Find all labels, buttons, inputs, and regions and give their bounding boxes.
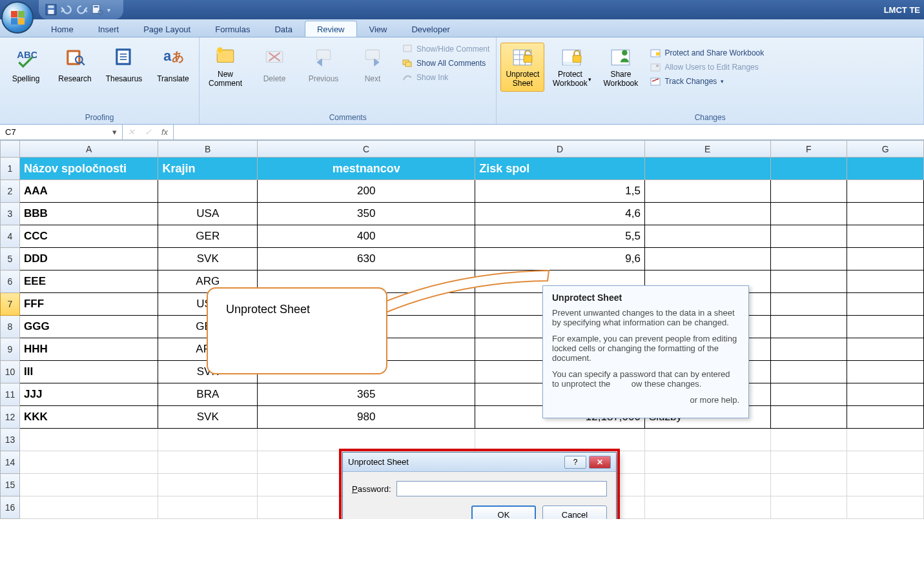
cell[interactable] [847, 248, 924, 270]
cell[interactable] [19, 429, 158, 451]
cell[interactable]: BBB [19, 203, 158, 225]
cell[interactable] [644, 429, 770, 451]
cell[interactable] [644, 451, 770, 474]
tab-data[interactable]: Data [262, 21, 304, 37]
cell[interactable] [770, 248, 847, 270]
tab-formulas[interactable]: Formulas [203, 21, 262, 37]
insert-function-button[interactable]: fx [156, 127, 173, 137]
cell[interactable] [770, 406, 847, 429]
cell[interactable]: 200 [258, 180, 475, 203]
cell[interactable]: BRA [158, 383, 258, 406]
tab-page-layout[interactable]: Page Layout [131, 21, 203, 37]
cell[interactable] [644, 203, 770, 225]
cell[interactable] [644, 180, 770, 203]
cell[interactable]: KKK [19, 406, 158, 429]
qat-customize-icon[interactable]: ▾ [107, 6, 110, 14]
spreadsheet-grid[interactable]: A B C D E F G 1Názov spoločnostiKrajinme… [0, 140, 924, 519]
cell[interactable] [847, 225, 924, 248]
row-header[interactable]: 6 [1, 270, 20, 293]
cell[interactable] [644, 158, 770, 180]
col-header-b[interactable]: B [158, 141, 258, 158]
cell[interactable] [770, 474, 847, 496]
password-input[interactable] [396, 481, 607, 496]
cell[interactable] [770, 429, 847, 451]
cell[interactable] [847, 158, 924, 180]
row-header[interactable]: 7 [1, 293, 20, 316]
tab-home[interactable]: Home [39, 21, 86, 37]
office-button[interactable] [1, 1, 34, 34]
cell[interactable]: mestnancov [258, 158, 475, 180]
cell[interactable]: FFF [19, 293, 158, 316]
cell[interactable]: SVK [158, 406, 258, 429]
col-header-g[interactable]: G [847, 141, 924, 158]
cell[interactable] [644, 248, 770, 270]
cell[interactable] [847, 338, 924, 361]
cell[interactable] [644, 496, 770, 519]
tab-view[interactable]: View [357, 21, 400, 37]
row-header[interactable]: 16 [1, 496, 20, 519]
cell[interactable] [847, 180, 924, 203]
row-header[interactable]: 4 [1, 225, 20, 248]
cell[interactable]: 4,6 [475, 203, 645, 225]
cell[interactable] [770, 270, 847, 293]
tab-review[interactable]: Review [305, 21, 357, 37]
row-header[interactable]: 2 [1, 180, 20, 203]
cell[interactable] [158, 451, 258, 474]
show-all-comments-button[interactable]: Show All Comments [400, 57, 492, 70]
cell[interactable]: Krajin [158, 158, 258, 180]
cell[interactable]: DDD [19, 248, 158, 270]
research-button[interactable]: Research [53, 43, 97, 92]
cell[interactable] [258, 429, 475, 451]
cell[interactable]: SVK [158, 248, 258, 270]
cell[interactable]: 9,6 [475, 248, 645, 270]
cancel-formula-icon[interactable]: ✕ [123, 127, 139, 137]
select-all-corner[interactable] [1, 141, 20, 158]
cell[interactable]: 400 [258, 225, 475, 248]
cell[interactable]: USA [158, 203, 258, 225]
tab-developer[interactable]: Developer [399, 21, 462, 37]
row-header[interactable]: 15 [1, 474, 20, 496]
cell[interactable] [770, 361, 847, 383]
cell[interactable] [770, 180, 847, 203]
cell[interactable] [770, 203, 847, 225]
tab-insert[interactable]: Insert [86, 21, 132, 37]
cell[interactable] [847, 451, 924, 474]
cell[interactable] [770, 338, 847, 361]
cell[interactable]: 1,5 [475, 180, 645, 203]
unprotect-sheet-button[interactable]: Unprotect Sheet [500, 43, 544, 92]
row-header[interactable]: 3 [1, 203, 20, 225]
thesaurus-button[interactable]: Thesaurus [102, 43, 146, 92]
dialog-titlebar[interactable]: Unprotect Sheet ? ✕ [343, 453, 616, 472]
cell[interactable]: 365 [258, 383, 475, 406]
row-header[interactable]: 9 [1, 338, 20, 361]
cell[interactable] [19, 496, 158, 519]
protect-workbook-button[interactable]: Protect Workbook ▾ [549, 43, 593, 92]
cell[interactable] [644, 225, 770, 248]
cell[interactable] [847, 270, 924, 293]
cell[interactable] [770, 496, 847, 519]
cell[interactable] [770, 158, 847, 180]
cell[interactable] [847, 361, 924, 383]
row-header[interactable]: 5 [1, 248, 20, 270]
cell[interactable] [847, 383, 924, 406]
enter-formula-icon[interactable]: ✓ [139, 127, 156, 137]
cell[interactable]: JJJ [19, 383, 158, 406]
cell[interactable] [770, 383, 847, 406]
col-header-c[interactable]: C [258, 141, 475, 158]
col-header-e[interactable]: E [644, 141, 770, 158]
protect-share-workbook-button[interactable]: Protect and Share Workbook [648, 46, 766, 59]
undo-icon[interactable] [61, 4, 72, 15]
translate-button[interactable]: aあ Translate [151, 43, 195, 92]
row-header[interactable]: 13 [1, 429, 20, 451]
cell[interactable] [847, 429, 924, 451]
row-header[interactable]: 8 [1, 316, 20, 338]
col-header-d[interactable]: D [475, 141, 645, 158]
cell[interactable] [847, 406, 924, 429]
save-icon[interactable] [45, 4, 57, 15]
cell[interactable]: 980 [258, 406, 475, 429]
share-workbook-button[interactable]: Share Workbook [599, 43, 642, 92]
cell[interactable]: III [19, 361, 158, 383]
spelling-button[interactable]: ABC Spelling [4, 43, 48, 92]
cell[interactable]: 630 [258, 248, 475, 270]
cell[interactable]: EEE [19, 270, 158, 293]
